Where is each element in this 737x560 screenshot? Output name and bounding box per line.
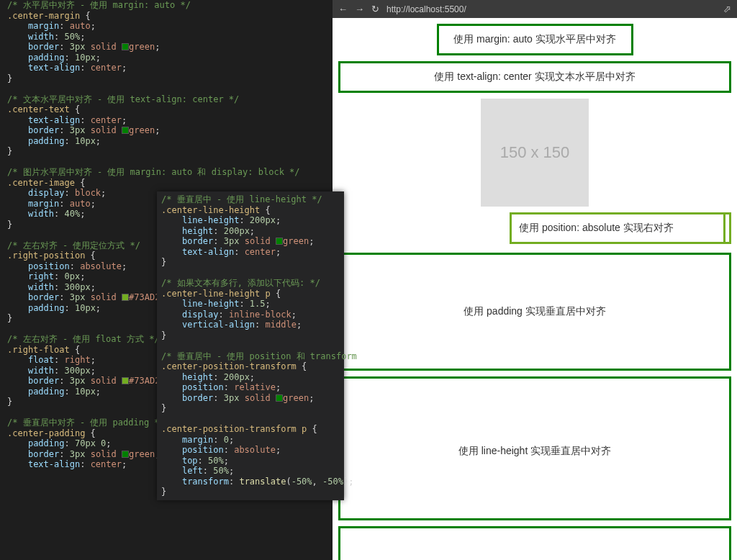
nav-reload-button[interactable]: ↻	[371, 4, 379, 14]
rendered-page: 使用 margin: auto 实现水平居中对齐 使用 text-align: …	[333, 18, 737, 560]
nav-back-button[interactable]: ←	[338, 4, 348, 14]
color-swatch-icon	[276, 394, 283, 402]
color-swatch-icon	[122, 43, 129, 50]
color-swatch-icon	[122, 451, 129, 458]
placeholder-image: 150 x 150	[481, 99, 589, 207]
color-swatch-icon	[122, 127, 129, 134]
demo-right-position: 使用 position: absolute 实现右对齐	[510, 212, 725, 244]
color-swatch-icon	[122, 294, 129, 301]
demo-center-lineheight: 使用 line-height 实现垂直居中对齐	[338, 376, 731, 520]
nav-forward-button[interactable]: →	[355, 4, 364, 14]
demo-center-image-wrap: 150 x 150	[338, 99, 731, 207]
comment: /* 水平居中对齐 - 使用 margin: auto */	[7, 0, 191, 10]
open-external-icon[interactable]: ⬀	[723, 4, 731, 14]
demo-center-padding: 使用 padding 实现垂直居中对齐	[338, 253, 731, 371]
code-editor: /* 水平居中对齐 - 使用 margin: auto */ .center-m…	[0, 0, 333, 560]
browser-preview: ← → ↻ http://localhost:5500/ ⬀ 使用 margin…	[333, 0, 737, 560]
browser-toolbar: ← → ↻ http://localhost:5500/ ⬀	[333, 0, 737, 18]
address-bar[interactable]: http://localhost:5500/	[386, 4, 716, 14]
demo-center-margin: 使用 margin: auto 实现水平居中对齐	[437, 24, 633, 55]
color-swatch-icon	[276, 238, 283, 245]
color-swatch-icon	[122, 377, 129, 384]
demo-center-transform: 使用 position 和 transform 实现垂直居中对齐	[338, 526, 731, 560]
code-hover-popup: /* 垂直居中 - 使用 line-height */ .center-line…	[157, 191, 344, 500]
demo-center-text: 使用 text-align: center 实现文本水平居中对齐	[338, 61, 731, 93]
